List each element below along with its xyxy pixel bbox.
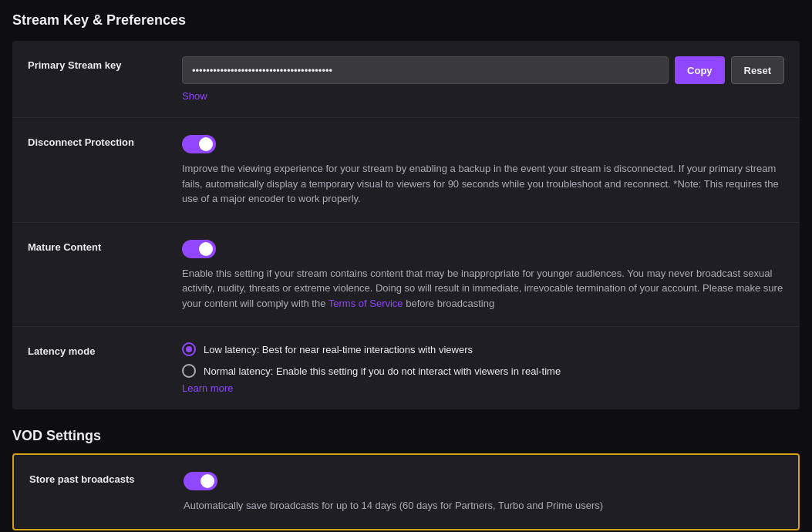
store-broadcasts-label: Store past broadcasts: [29, 473, 135, 485]
learn-more-link[interactable]: Learn more: [182, 382, 233, 394]
page-title: Stream Key & Preferences: [12, 12, 800, 29]
tos-link[interactable]: Terms of Service: [329, 298, 403, 309]
show-link[interactable]: Show: [182, 90, 207, 102]
mature-content-description: Enable this setting if your stream conta…: [182, 266, 784, 311]
latency-mode-section: Latency mode Low latency: Best for near …: [12, 327, 800, 409]
normal-latency-option[interactable]: Normal latency: Enable this setting if y…: [182, 364, 784, 378]
mature-content-toggle[interactable]: [182, 240, 216, 258]
normal-latency-label: Normal latency: Enable this setting if y…: [204, 365, 561, 377]
stream-key-input[interactable]: [182, 56, 669, 84]
latency-radio-group: Low latency: Best for near real-time int…: [182, 342, 784, 378]
settings-card: Primary Stream key Copy Reset Show Disco…: [12, 41, 800, 409]
disconnect-protection-description: Improve the viewing experience for your …: [182, 161, 784, 207]
mature-content-section: Mature Content Enable this setting if yo…: [12, 223, 800, 328]
low-latency-option[interactable]: Low latency: Best for near real-time int…: [182, 342, 784, 356]
vod-title: VOD Settings: [12, 428, 800, 444]
disconnect-protection-toggle[interactable]: [182, 135, 216, 153]
mature-content-label: Mature Content: [28, 241, 101, 253]
low-latency-label: Low latency: Best for near real-time int…: [204, 344, 473, 355]
store-broadcasts-toggle[interactable]: [184, 472, 217, 490]
low-latency-radio[interactable]: [182, 342, 196, 356]
vod-settings-card: Store past broadcasts Automatically save…: [12, 453, 800, 530]
stream-key-section: Primary Stream key Copy Reset Show: [12, 41, 800, 118]
store-broadcasts-description: Automatically save broadcasts for up to …: [184, 498, 783, 513]
normal-latency-radio[interactable]: [182, 364, 196, 378]
stream-key-label: Primary Stream key: [28, 59, 121, 71]
disconnect-protection-label: Disconnect Protection: [28, 136, 134, 148]
reset-button[interactable]: Reset: [731, 56, 784, 84]
latency-mode-label: Latency mode: [28, 345, 95, 357]
copy-button[interactable]: Copy: [675, 56, 725, 84]
disconnect-protection-section: Disconnect Protection Improve the viewin…: [12, 118, 800, 223]
